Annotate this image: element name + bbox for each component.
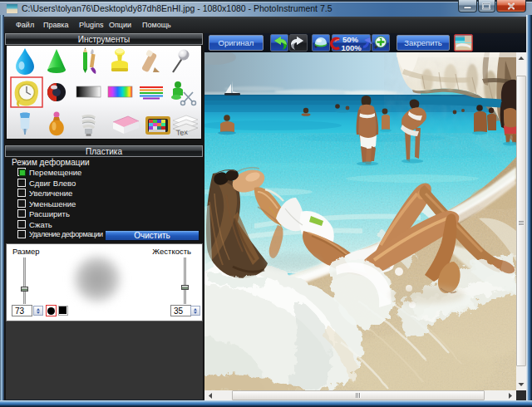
svg-text:100%: 100% bbox=[342, 43, 362, 52]
svg-text:Tex: Tex bbox=[175, 128, 188, 137]
